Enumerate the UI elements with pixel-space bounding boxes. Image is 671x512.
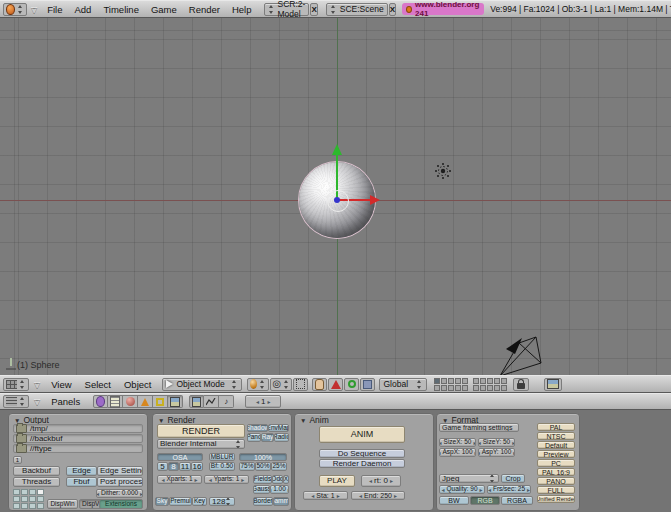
- aspx-field[interactable]: AspX: 100: [439, 448, 476, 457]
- preset-pal-button[interactable]: PAL: [537, 423, 575, 431]
- window-type-button[interactable]: [3, 3, 27, 16]
- rotate-manipulator-button[interactable]: [344, 378, 359, 391]
- play-button[interactable]: PLAY: [319, 475, 355, 487]
- crop-toggle[interactable]: Crop: [501, 474, 525, 483]
- osa-11-toggle[interactable]: 11: [179, 462, 191, 471]
- blur-factor-field[interactable]: Bf: 0.50: [209, 462, 235, 471]
- layer-cell[interactable]: [462, 385, 468, 391]
- fbuf-toggle[interactable]: Fbuf: [66, 477, 97, 487]
- layer-cell[interactable]: [455, 378, 461, 384]
- layer-cell[interactable]: [494, 378, 500, 384]
- screen-close-button[interactable]: X: [310, 3, 317, 16]
- ftype-path-field[interactable]: //ftype: [13, 444, 143, 453]
- script-context-button[interactable]: [108, 395, 123, 408]
- scale-manipulator-button[interactable]: [360, 378, 375, 391]
- rgba-toggle[interactable]: RGBA: [501, 496, 533, 505]
- render-button[interactable]: RENDER: [157, 424, 245, 438]
- folder-icon[interactable]: [16, 424, 27, 433]
- gauss-value-field[interactable]: 1.00: [270, 485, 289, 494]
- panel-collapse-icon[interactable]: ▼: [300, 417, 306, 424]
- layer-cell[interactable]: [501, 385, 507, 391]
- camera-object[interactable]: [494, 332, 546, 378]
- osa-5-toggle[interactable]: 5: [157, 462, 168, 471]
- anim-button[interactable]: ANIM: [319, 426, 405, 443]
- gauss-toggle[interactable]: Gauss: [253, 485, 270, 494]
- layer-cell[interactable]: [448, 378, 454, 384]
- sizey-field[interactable]: SizeY: 50: [478, 438, 515, 447]
- xparts-field[interactable]: Xparts: 1: [157, 475, 202, 484]
- manipulator-center-icon[interactable]: [334, 197, 340, 203]
- layer-buttons-group2[interactable]: [473, 378, 507, 391]
- end-frame-field[interactable]: End: 250: [351, 491, 405, 500]
- layer-buttons-group1[interactable]: [434, 378, 468, 391]
- extensions-toggle[interactable]: Extensions: [99, 499, 143, 509]
- shadow-toggle[interactable]: Shadow: [247, 424, 268, 432]
- layer-cell[interactable]: [455, 385, 461, 391]
- size-75-toggle[interactable]: 75%: [239, 462, 255, 471]
- preset-pal169-button[interactable]: PAL 16:9: [537, 468, 575, 476]
- backbuf-path-field[interactable]: //backbuf: [13, 434, 143, 443]
- render-daemon-toggle[interactable]: Render Daemon: [319, 459, 405, 468]
- collapse-menus-icon[interactable]: ▽: [31, 5, 37, 14]
- scene-number-button[interactable]: 1: [13, 456, 22, 464]
- shading-context-button[interactable]: [123, 395, 138, 408]
- object-context-button[interactable]: [138, 395, 153, 408]
- layer-cell[interactable]: [487, 385, 493, 391]
- fields-x-toggle[interactable]: X: [283, 475, 289, 484]
- pivot-dropdown[interactable]: ◎: [270, 378, 292, 391]
- viewport-3d[interactable]: (1) Sphere: [0, 18, 671, 375]
- octree-dropdown[interactable]: 128: [209, 497, 235, 506]
- menu-add[interactable]: Add: [74, 4, 91, 15]
- translate-manipulator-button[interactable]: [328, 378, 343, 391]
- folder-icon[interactable]: [16, 444, 27, 453]
- render-path-field[interactable]: /tmp/: [13, 424, 143, 433]
- lock-layers-button[interactable]: [513, 378, 529, 391]
- rt-field[interactable]: rt: 0: [361, 475, 401, 487]
- menu-help[interactable]: Help: [232, 4, 252, 15]
- draw-type-dropdown[interactable]: [247, 378, 269, 391]
- preset-pano-button[interactable]: PANO: [537, 477, 575, 485]
- layer-cell[interactable]: [473, 385, 479, 391]
- start-frame-field[interactable]: Sta: 1: [303, 491, 348, 500]
- menu-view[interactable]: View: [51, 379, 71, 390]
- collapse-menus-icon[interactable]: ▽: [34, 397, 40, 406]
- menu-object[interactable]: Object: [124, 379, 151, 390]
- preset-full-button[interactable]: FULL: [537, 486, 575, 494]
- layer-cell[interactable]: [494, 385, 500, 391]
- scene-selector[interactable]: SCE:Scene: [326, 3, 388, 16]
- game-framing-button[interactable]: Game framing settings: [439, 423, 519, 432]
- snap-button[interactable]: [293, 378, 308, 391]
- editing-context-button[interactable]: [153, 395, 168, 408]
- pano-toggle[interactable]: Pano: [247, 433, 261, 442]
- gamma-toggle[interactable]: Gamma: [273, 497, 289, 506]
- preset-preview-button[interactable]: Preview: [537, 450, 575, 458]
- lamp-object[interactable]: [434, 162, 452, 180]
- render-buttons-button[interactable]: [189, 395, 204, 408]
- odd-toggle[interactable]: Odd: [272, 475, 283, 484]
- panel-collapse-icon[interactable]: ▼: [158, 417, 164, 424]
- size-100-toggle[interactable]: 100%: [239, 453, 287, 461]
- mode-dropdown[interactable]: Object Mode: [162, 378, 242, 391]
- threads-toggle[interactable]: Threads: [13, 477, 60, 487]
- size-25-toggle[interactable]: 25%: [271, 462, 287, 471]
- menu-timeline[interactable]: Timeline: [103, 4, 139, 15]
- layer-cell[interactable]: [434, 385, 440, 391]
- mblur-toggle[interactable]: MBLUR: [209, 453, 235, 461]
- osa-16-toggle[interactable]: 16: [191, 462, 203, 471]
- post-process-button[interactable]: Post process: [97, 477, 143, 487]
- dispwin-toggle[interactable]: DispWin: [47, 499, 78, 509]
- frame-number-field[interactable]: 1: [245, 395, 281, 408]
- folder-icon[interactable]: [16, 434, 27, 443]
- layer-cell[interactable]: [462, 378, 468, 384]
- edge-toggle[interactable]: Edge: [66, 466, 97, 476]
- border-toggle[interactable]: Border: [253, 497, 273, 506]
- preset-pc-button[interactable]: PC: [537, 459, 575, 467]
- framerate-field[interactable]: Frs/sec: 25: [487, 485, 531, 494]
- menu-panels[interactable]: Panels: [51, 396, 80, 407]
- menu-file[interactable]: File: [47, 4, 62, 15]
- menu-game[interactable]: Game: [151, 4, 177, 15]
- filetype-dropdown[interactable]: Jpeg: [439, 474, 499, 483]
- anim-buttons-button[interactable]: [204, 395, 219, 408]
- envmap-toggle[interactable]: EnvMap: [268, 424, 289, 432]
- layer-cell[interactable]: [441, 378, 447, 384]
